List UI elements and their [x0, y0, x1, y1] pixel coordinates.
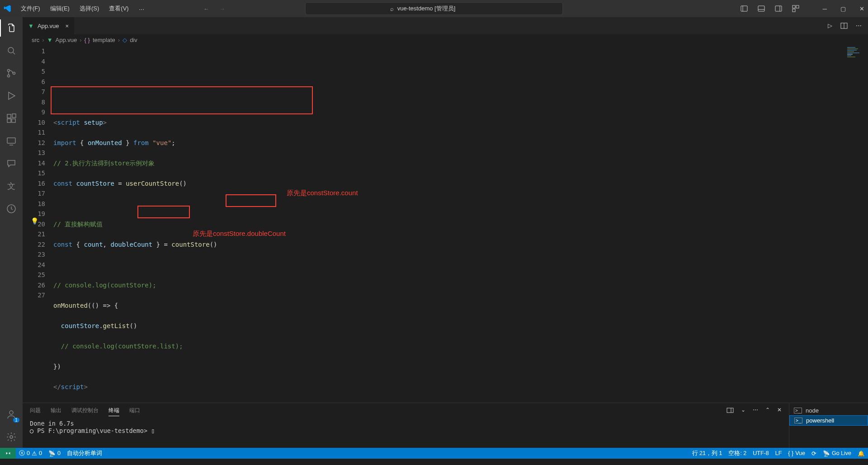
- nav-back-icon[interactable]: ←: [203, 5, 209, 12]
- panel-maximize-icon[interactable]: ⌃: [765, 407, 770, 416]
- bc-template[interactable]: template: [93, 37, 115, 43]
- status-bar: ⓧ0⚠0 📡0 自动分析单词 行 21，列 1 空格: 2 UTF-8 LF {…: [0, 448, 868, 459]
- run-file-icon[interactable]: ▷: [828, 22, 832, 29]
- svg-point-13: [13, 72, 15, 75]
- terminal-dropdown-icon[interactable]: ⌄: [741, 407, 745, 416]
- broadcast-icon: 📡: [823, 450, 830, 457]
- terminal-powershell[interactable]: >_powershell: [789, 415, 868, 426]
- menu-select[interactable]: 选择(S): [75, 3, 104, 14]
- menu-bar: 文件(F) 编辑(E) 选择(S) 查看(V) …: [16, 3, 149, 14]
- annotation-box: [51, 86, 313, 114]
- lang-icon[interactable]: 文: [5, 180, 18, 193]
- svg-rect-15: [7, 119, 11, 122]
- bc-div[interactable]: div: [130, 37, 137, 43]
- layout-left-icon[interactable]: [741, 5, 748, 12]
- svg-rect-14: [7, 114, 11, 118]
- tab-app-vue[interactable]: ▼ App.vue ×: [23, 17, 75, 34]
- layout-bottom-icon[interactable]: [758, 5, 765, 12]
- search-panel-icon[interactable]: [5, 44, 18, 57]
- annotation-text: 原先是constStore.count: [287, 188, 358, 198]
- timeline-icon[interactable]: [5, 202, 18, 215]
- status-spaces[interactable]: 空格: 2: [725, 450, 750, 457]
- status-prettier[interactable]: ⟳: [808, 450, 820, 457]
- command-center-text: vue-testdemo [管理员]: [397, 5, 456, 13]
- source-control-icon[interactable]: [5, 67, 18, 80]
- command-center[interactable]: ⌕ vue-testdemo [管理员]: [305, 2, 563, 15]
- svg-rect-6: [793, 5, 795, 8]
- menu-file[interactable]: 文件(F): [16, 3, 45, 14]
- status-notifications-icon[interactable]: 🔔: [854, 450, 868, 457]
- annotation-box: [226, 194, 276, 207]
- panel-more-icon[interactable]: ⋯: [753, 407, 758, 416]
- nav-forward-icon[interactable]: →: [219, 5, 225, 12]
- svg-point-11: [8, 70, 10, 72]
- svg-point-22: [10, 436, 13, 438]
- tab-bar: ▼ App.vue × ▷ ⋯: [23, 17, 868, 34]
- lightbulb-icon[interactable]: 💡: [31, 216, 38, 226]
- annotation-text: 原先是constStore.doubleCount: [193, 229, 286, 239]
- menu-edit[interactable]: 编辑(E): [46, 3, 74, 14]
- titlebar: 文件(F) 编辑(E) 选择(S) 查看(V) … ← → ⌕ vue-test…: [0, 0, 868, 17]
- svg-rect-8: [793, 9, 795, 12]
- terminal-prompt: ○ PS F:\programing\vue-testdemo> ▯: [30, 427, 782, 434]
- remote-explorer-icon[interactable]: [5, 135, 18, 147]
- terminal-content[interactable]: Done in 6.7s ○ PS F:\programing\vue-test…: [23, 420, 789, 434]
- extensions-icon[interactable]: [5, 112, 18, 125]
- status-port[interactable]: 📡0: [45, 450, 64, 457]
- window-minimize-icon[interactable]: ─: [823, 5, 827, 12]
- settings-gear-icon[interactable]: [5, 431, 18, 443]
- more-actions-icon[interactable]: ⋯: [856, 22, 862, 29]
- minimap[interactable]: [847, 47, 861, 70]
- element-icon: ◇: [123, 37, 127, 43]
- svg-rect-2: [758, 6, 764, 11]
- chevron-right-icon: ›: [118, 37, 120, 43]
- tab-ports[interactable]: 端口: [129, 407, 140, 416]
- terminal-shell-icon: >_: [794, 418, 802, 423]
- status-eol[interactable]: LF: [772, 450, 785, 457]
- vue-file-icon: ▼: [28, 23, 34, 29]
- tab-debug-console[interactable]: 调试控制台: [71, 407, 99, 416]
- panel-close-icon[interactable]: ✕: [777, 407, 782, 416]
- account-icon[interactable]: 1: [5, 408, 18, 421]
- code-content[interactable]: 原先是constStore.count 原先是constStore.double…: [53, 45, 297, 403]
- editor[interactable]: 1456789101112131415161718192021222324252…: [23, 45, 868, 403]
- warning-icon: ⚠: [32, 450, 37, 457]
- radio-icon: 📡: [48, 450, 56, 457]
- tab-output[interactable]: 输出: [51, 407, 61, 416]
- bc-file[interactable]: App.vue: [56, 37, 77, 43]
- status-encoding[interactable]: UTF-8: [750, 450, 772, 457]
- layout-right-icon[interactable]: [775, 5, 782, 12]
- split-editor-icon[interactable]: [840, 22, 848, 29]
- tab-problems[interactable]: 问题: [30, 407, 41, 416]
- window-maximize-icon[interactable]: ▢: [840, 5, 846, 12]
- vscode-logo-icon: [4, 5, 12, 13]
- status-analyze[interactable]: 自动分析单词: [64, 450, 105, 457]
- run-debug-icon[interactable]: [5, 89, 18, 102]
- bc-src[interactable]: src: [32, 37, 39, 43]
- terminal-line: Done in 6.7s: [30, 420, 782, 427]
- comments-panel-icon[interactable]: [5, 157, 18, 170]
- svg-rect-17: [12, 114, 16, 117]
- status-errors[interactable]: ⓧ0⚠0: [16, 450, 45, 457]
- layout-customize-icon[interactable]: [792, 5, 799, 12]
- braces-icon: { }: [85, 37, 90, 43]
- new-terminal-icon[interactable]: [726, 407, 734, 416]
- tab-terminal[interactable]: 终端: [108, 407, 119, 416]
- status-position[interactable]: 行 21，列 1: [689, 450, 726, 457]
- breadcrumb[interactable]: src › ▼ App.vue › { } template › ◇ div: [23, 34, 868, 45]
- terminal-list: >_node >_powershell: [789, 403, 868, 448]
- svg-point-12: [8, 75, 10, 77]
- bottom-panel: 问题 输出 调试控制台 终端 端口 ⌄ ⋯ ⌃ ✕ Done in 6.7s: [23, 403, 868, 448]
- nav-history: ← →: [203, 5, 225, 12]
- vue-file-icon: ▼: [47, 37, 53, 43]
- menu-more[interactable]: …: [134, 3, 149, 14]
- window-close-icon[interactable]: ✕: [859, 5, 864, 12]
- explorer-icon[interactable]: [5, 22, 18, 34]
- status-golive[interactable]: 📡Go Live: [820, 450, 854, 457]
- terminal-node[interactable]: >_node: [789, 406, 868, 415]
- menu-view[interactable]: 查看(V): [104, 3, 133, 14]
- status-language[interactable]: { }Vue: [785, 450, 808, 457]
- tab-close-icon[interactable]: ×: [66, 23, 69, 29]
- remote-indicator[interactable]: [0, 448, 16, 459]
- svg-rect-7: [796, 5, 799, 8]
